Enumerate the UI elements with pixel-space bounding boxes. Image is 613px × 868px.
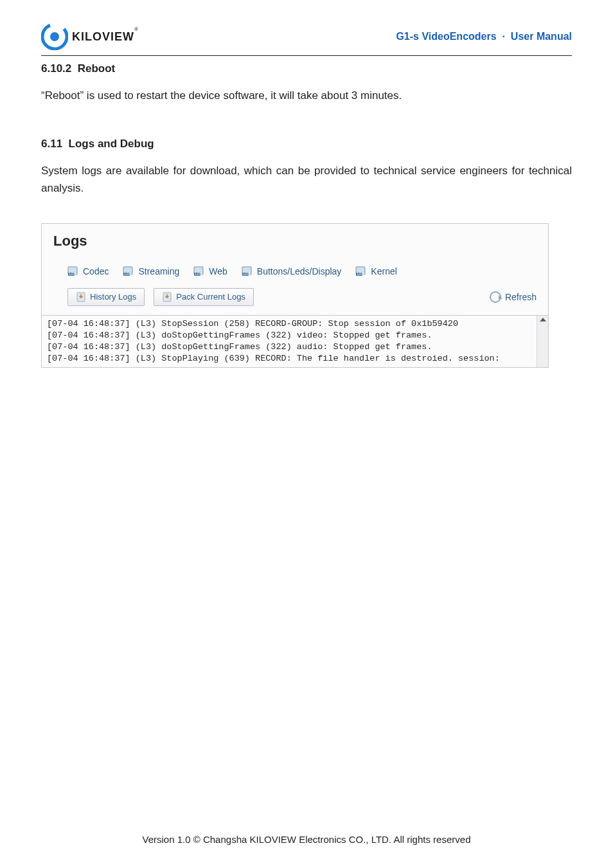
log-line: [07-04 16:48:37] (L3) StopPlaying (639) …: [47, 353, 537, 365]
section-body-reboot: “Reboot” is used to restart the device s…: [41, 87, 572, 104]
svg-text:LOG: LOG: [69, 272, 76, 276]
download-icon: [76, 292, 86, 302]
scroll-up-arrow-icon: [540, 318, 546, 321]
logo-mark-icon: [41, 23, 68, 50]
section-heading-reboot: 6.10.2 Reboot: [41, 62, 572, 75]
tab-buttons-leds-display[interactable]: LOG Buttons/Leds/Display: [242, 266, 342, 276]
log-lines: [07-04 16:48:37] (L3) StopSession (258) …: [42, 316, 548, 368]
log-line: [07-04 16:48:37] (L3) doStopGettingFrame…: [47, 330, 537, 341]
logs-screenshot-panel: Logs LOG Codec LOG Streaming LOG Web: [41, 223, 549, 368]
refresh-button[interactable]: Refresh: [490, 291, 537, 303]
logs-panel-title: Logs: [53, 233, 537, 249]
log-output-area: [07-04 16:48:37] (L3) StopSession (258) …: [42, 315, 548, 368]
log-icon: LOG: [67, 266, 79, 276]
scrollbar-vertical[interactable]: [537, 316, 548, 368]
svg-text:LOG: LOG: [125, 272, 132, 276]
svg-point-1: [50, 32, 59, 41]
svg-text:LOG: LOG: [357, 272, 364, 276]
log-line: [07-04 16:48:37] (L3) doStopGettingFrame…: [47, 341, 537, 353]
brand-name: KILOVIEW®: [72, 30, 139, 44]
tab-kernel[interactable]: LOG Kernel: [355, 266, 396, 276]
pack-current-logs-button[interactable]: Pack Current Logs: [154, 288, 254, 306]
tab-web[interactable]: LOG Web: [193, 266, 227, 276]
page-header: KILOVIEW® G1-s VideoEncoders · User Manu…: [41, 23, 572, 50]
tab-streaming[interactable]: LOG Streaming: [123, 266, 179, 276]
log-line: [07-04 16:48:37] (L3) StopSession (258) …: [47, 318, 537, 330]
page-footer: Version 1.0 © Changsha KILOVIEW Electron…: [0, 834, 613, 845]
history-logs-button[interactable]: History Logs: [67, 288, 145, 306]
svg-text:LOG: LOG: [244, 272, 251, 276]
brand-logo: KILOVIEW®: [41, 23, 139, 50]
document-page: KILOVIEW® G1-s VideoEncoders · User Manu…: [0, 0, 613, 868]
log-icon: LOG: [242, 266, 253, 276]
svg-text:LOG: LOG: [195, 272, 202, 276]
section-body-logs: System logs are available for download, …: [41, 162, 572, 197]
log-category-tabs: LOG Codec LOG Streaming LOG Web LOG: [53, 266, 537, 276]
log-icon: LOG: [193, 266, 205, 276]
tab-codec[interactable]: LOG Codec: [67, 266, 109, 276]
refresh-icon: [490, 291, 501, 303]
log-icon: LOG: [123, 266, 134, 276]
log-actions-row: History Logs Pack Current Logs Refresh: [53, 288, 537, 306]
download-icon: [162, 292, 172, 302]
doc-title-right: G1-s VideoEncoders · User Manual: [396, 31, 572, 42]
log-icon: LOG: [355, 266, 367, 276]
section-heading-logs: 6.11 Logs and Debug: [41, 138, 572, 150]
header-rule: [41, 55, 572, 56]
